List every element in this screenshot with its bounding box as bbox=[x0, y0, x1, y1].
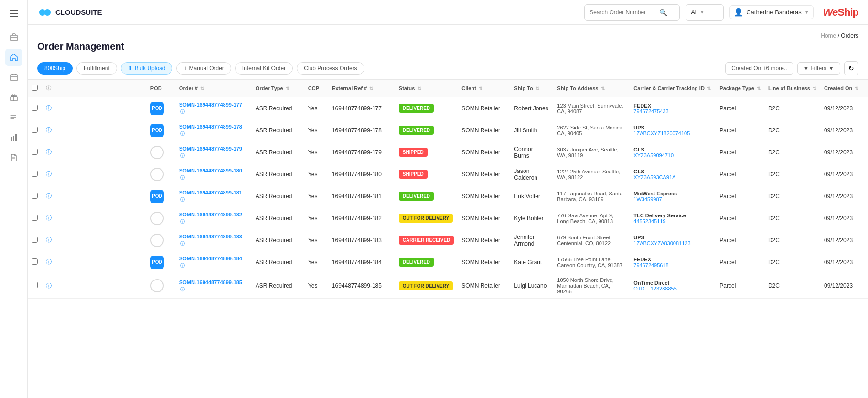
col-header-extref[interactable]: External Ref # ⇅ bbox=[328, 80, 395, 97]
status-badge: OUT FOR DELIVERY bbox=[399, 214, 453, 223]
tab-club-process[interactable]: Club Process Orders bbox=[297, 62, 364, 75]
order-link[interactable]: SOMN-169448774899-178 bbox=[179, 124, 242, 129]
row-checkbox[interactable] bbox=[32, 149, 38, 155]
tab-manual-order[interactable]: + Manual Order bbox=[176, 62, 231, 75]
row-checkbox[interactable] bbox=[32, 215, 38, 221]
sidebar-icon-gift[interactable] bbox=[5, 89, 22, 106]
order-info-icon: ⓘ bbox=[180, 287, 185, 292]
sidebar-icon-chart[interactable] bbox=[5, 129, 22, 146]
order-link[interactable]: SOMN-169448774899-177 bbox=[179, 102, 242, 108]
row-client-cell: SOMN Retailer bbox=[458, 207, 510, 229]
order-info-icon: ⓘ bbox=[180, 153, 185, 158]
row-checkbox[interactable] bbox=[32, 171, 38, 177]
table-header-row: ⓘ POD Order # ⇅ Order Type ⇅ CCP Externa… bbox=[28, 80, 868, 97]
row-extref-cell: 169448774899-182 bbox=[328, 207, 395, 229]
select-all-header[interactable] bbox=[28, 80, 42, 97]
row-shipto-cell: Kyle Bohler bbox=[510, 207, 553, 229]
col-header-created[interactable]: Created On ⇅ bbox=[820, 80, 868, 97]
row-checkbox-cell[interactable] bbox=[28, 251, 42, 273]
order-link[interactable]: SOMN-169448774899-179 bbox=[179, 146, 242, 151]
order-info-icon: ⓘ bbox=[180, 219, 185, 224]
pod-circle bbox=[150, 146, 164, 159]
pod-circle bbox=[150, 279, 164, 292]
row-checkbox-cell[interactable] bbox=[28, 229, 42, 251]
row-checkbox[interactable] bbox=[32, 282, 38, 288]
row-checkbox-cell[interactable] bbox=[28, 163, 42, 185]
col-header-shipto[interactable]: Ship To ⇅ bbox=[510, 80, 553, 97]
filter-dropdown[interactable]: All ▼ bbox=[686, 4, 724, 21]
row-checkbox[interactable] bbox=[32, 258, 38, 265]
refresh-button[interactable]: ↻ bbox=[844, 61, 858, 75]
search-box[interactable]: 🔍 bbox=[584, 4, 680, 21]
pod-badge: POD bbox=[150, 256, 164, 269]
logo-area: CLOUDSUITE bbox=[37, 7, 102, 18]
sidebar-icon-calendar[interactable] bbox=[5, 69, 22, 86]
pod-badge: POD bbox=[150, 102, 164, 115]
search-input[interactable] bbox=[589, 9, 656, 16]
order-link[interactable]: SOMN-169448774899-181 bbox=[179, 190, 242, 195]
order-info-icon: ⓘ bbox=[180, 263, 185, 268]
col-header-client[interactable]: Client ⇅ bbox=[458, 80, 510, 97]
select-all-checkbox[interactable] bbox=[32, 85, 38, 91]
order-link[interactable]: SOMN-169448774899-185 bbox=[179, 280, 242, 285]
tab-internal-kit[interactable]: Internal Kit Order bbox=[235, 62, 293, 75]
created-on-button[interactable]: Created On +6 more.. bbox=[725, 62, 793, 75]
order-link[interactable]: SOMN-169448774899-184 bbox=[179, 256, 242, 261]
tracking-id: XYZ3A59094710 bbox=[633, 152, 712, 158]
tracking-id: OTD__123288855 bbox=[633, 286, 712, 291]
col-header-shipaddr[interactable]: Ship To Address ⇅ bbox=[553, 80, 630, 97]
row-checkbox-cell[interactable] bbox=[28, 97, 42, 119]
status-badge: DELIVERED bbox=[399, 104, 434, 113]
filters-button[interactable]: ▼ Filters ▼ bbox=[797, 62, 840, 75]
sidebar-icon-doc[interactable] bbox=[5, 149, 22, 166]
row-shipto-cell: Kate Grant bbox=[510, 251, 553, 273]
row-status-cell: CARRIER RECEIVED bbox=[395, 229, 458, 251]
row-lob-cell: D2C bbox=[764, 229, 820, 251]
row-info-cell: ⓘ bbox=[42, 163, 147, 185]
order-link[interactable]: SOMN-169448774899-180 bbox=[179, 168, 242, 173]
row-pkgtype-cell: Parcel bbox=[716, 207, 764, 229]
col-header-type[interactable]: Order Type ⇅ bbox=[252, 80, 304, 97]
sidebar-icon-home[interactable] bbox=[5, 49, 22, 66]
table-row: ⓘ POD SOMN-169448774899-178 ⓘ ASR Requir… bbox=[28, 119, 868, 141]
sidebar-icon-list[interactable] bbox=[5, 109, 22, 126]
carrier-name: TLC Delivery Service bbox=[633, 213, 712, 218]
row-checkbox[interactable] bbox=[32, 193, 38, 199]
order-link[interactable]: SOMN-169448774899-183 bbox=[179, 234, 242, 239]
col-header-status[interactable]: Status ⇅ bbox=[395, 80, 458, 97]
row-checkbox-cell[interactable] bbox=[28, 141, 42, 163]
row-checkbox-cell[interactable] bbox=[28, 119, 42, 141]
table-row: ⓘ SOMN-169448774899-185 ⓘ ASR Required Y… bbox=[28, 273, 868, 299]
row-checkbox[interactable] bbox=[32, 105, 38, 111]
row-checkbox[interactable] bbox=[32, 237, 38, 243]
row-checkbox-cell[interactable] bbox=[28, 185, 42, 207]
row-carrier-cell: FEDEX 794672495618 bbox=[630, 251, 716, 273]
table-row: ⓘ POD SOMN-169448774899-184 ⓘ ASR Requir… bbox=[28, 251, 868, 273]
order-link[interactable]: SOMN-169448774899-182 bbox=[179, 212, 242, 217]
row-shipaddr-cell: 3037 Juniper Ave, Seattle, WA, 98119 bbox=[553, 141, 630, 163]
col-header-lob[interactable]: Line of Business ⇅ bbox=[764, 80, 820, 97]
tab-800ship[interactable]: 800Ship bbox=[37, 62, 73, 75]
row-checkbox-cell[interactable] bbox=[28, 207, 42, 229]
tab-fulfillment[interactable]: Fulfillment bbox=[76, 62, 117, 75]
row-info-icon: ⓘ bbox=[46, 149, 52, 155]
row-checkbox[interactable] bbox=[32, 127, 38, 133]
row-lob-cell: D2C bbox=[764, 251, 820, 273]
sidebar-icon-package[interactable] bbox=[5, 29, 22, 46]
row-carrier-cell: MidWest Express 1W3459987 bbox=[630, 185, 716, 207]
row-shipto-cell: Connor Burns bbox=[510, 141, 553, 163]
row-status-cell: DELIVERED bbox=[395, 97, 458, 119]
created-on-more: +6 more.. bbox=[763, 65, 787, 72]
hamburger-icon[interactable] bbox=[5, 5, 22, 22]
col-header-carrier[interactable]: Carrier & Carrier Tracking ID ⇅ bbox=[630, 80, 716, 97]
breadcrumb-home[interactable]: Home bbox=[821, 32, 836, 39]
col-header-pkgtype[interactable]: Package Type ⇅ bbox=[716, 80, 764, 97]
info-icon: ⓘ bbox=[46, 85, 51, 91]
row-checkbox-cell[interactable] bbox=[28, 273, 42, 299]
tab-bulk-upload[interactable]: ⬆ Bulk Upload bbox=[121, 62, 173, 75]
breadcrumb-separator: / bbox=[838, 32, 839, 39]
row-client-cell: SOMN Retailer bbox=[458, 251, 510, 273]
row-status-cell: DELIVERED bbox=[395, 251, 458, 273]
col-header-order[interactable]: Order # ⇅ bbox=[175, 80, 252, 97]
user-area[interactable]: 👤 Catherine Banderas ▼ bbox=[729, 5, 814, 19]
